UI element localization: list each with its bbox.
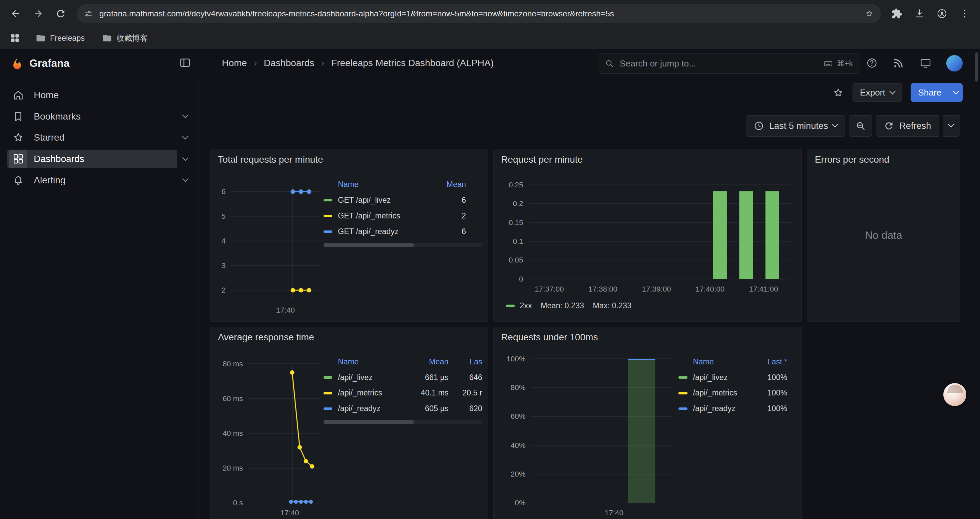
tick-label: 17:41:00: [749, 285, 778, 293]
search-icon: [605, 59, 614, 68]
extensions-icon[interactable]: [886, 3, 908, 24]
bell-icon: [9, 171, 27, 190]
rss-icon[interactable]: [892, 57, 905, 69]
legend-scrollbar[interactable]: [323, 243, 482, 247]
legend-col-name[interactable]: Name: [338, 357, 406, 366]
url-text[interactable]: grafana.mathmast.com/d/deytv4rwavabkb/fr…: [99, 9, 858, 18]
scrollbar-thumb[interactable]: [323, 243, 414, 247]
series-name[interactable]: /api/_livez: [338, 373, 406, 382]
share-menu-chevron[interactable]: [949, 83, 963, 102]
back-icon[interactable]: [5, 3, 26, 24]
chevron-down-icon: [889, 88, 896, 94]
series-name[interactable]: /api/_livez: [693, 373, 751, 382]
grafana-logo[interactable]: [10, 56, 24, 71]
help-icon[interactable]: [866, 57, 878, 69]
favorite-star-icon[interactable]: [832, 87, 844, 99]
sidebar: Home Bookmarks Starred: [0, 78, 199, 519]
series-color-dash: [678, 407, 687, 410]
legend-row[interactable]: GET /api/_livez6: [323, 192, 466, 208]
sidebar-item-home[interactable]: Home: [0, 85, 199, 106]
search-placeholder: Search or jump to...: [620, 58, 696, 69]
floating-assistant-avatar[interactable]: [943, 383, 966, 406]
series-name: 2xx: [520, 301, 532, 310]
legend-col-name[interactable]: Name: [338, 180, 425, 189]
series-point: [304, 459, 308, 463]
sidebar-item-label: Alerting: [34, 175, 65, 186]
bookmark-folder-favorites[interactable]: 收藏博客: [97, 31, 153, 45]
bookmark-folder-freeleaps[interactable]: Freeleaps: [30, 31, 91, 45]
chevron-down-icon[interactable]: [177, 179, 194, 181]
series-name[interactable]: GET /api/_metrics: [338, 211, 425, 220]
sidebar-item-alerting[interactable]: Alerting: [0, 170, 199, 191]
legend-col-header[interactable]: Mean: [412, 357, 449, 366]
dashboard-actions: Export Share: [832, 83, 963, 102]
series-point: [304, 500, 307, 504]
reload-icon[interactable]: [50, 3, 72, 24]
legend-row[interactable]: /api/_readyz100%: [678, 401, 787, 417]
chevron-down-icon[interactable]: [177, 137, 194, 139]
legend-item-2xx[interactable]: 2xx: [506, 301, 532, 310]
downloads-icon[interactable]: [909, 3, 930, 24]
series-name[interactable]: /api/_metrics: [693, 388, 751, 398]
tick-label: 17:37:00: [535, 285, 564, 293]
legend-value: 100%: [757, 373, 787, 382]
series-color-dash: [678, 376, 687, 378]
export-button[interactable]: Export: [853, 83, 902, 102]
url-bar[interactable]: grafana.mathmast.com/d/deytv4rwavabkb/fr…: [76, 4, 881, 23]
sidebar-item-dashboards[interactable]: Dashboards: [0, 148, 199, 170]
legend-col-header[interactable]: Last *: [757, 357, 787, 366]
refresh-interval-chevron[interactable]: [943, 115, 960, 137]
search-input[interactable]: Search or jump to... ⌘+k: [598, 53, 860, 74]
browser-toolbar: grafana.mathmast.com/d/deytv4rwavabkb/fr…: [0, 0, 980, 27]
legend-row[interactable]: GET /api/_readyz6: [323, 224, 466, 240]
site-settings-icon[interactable]: [84, 9, 93, 18]
bookmark-label: Freeleaps: [50, 34, 85, 43]
series-name[interactable]: /api/_readyz: [338, 404, 406, 413]
legend-table: NameMeanLas/api/_livez661 µs646/api/_met…: [323, 354, 482, 417]
zoom-out-icon[interactable]: [849, 115, 872, 137]
legend-row[interactable]: /api/_livez661 µs646: [323, 370, 482, 385]
chart-legend: 2xx Mean: 0.233 Max: 0.233: [506, 301, 632, 310]
share-button[interactable]: Share: [911, 83, 963, 102]
legend-row[interactable]: GET /api/_metrics2: [323, 208, 466, 224]
profile-icon[interactable]: [931, 3, 953, 24]
user-avatar[interactable]: [946, 55, 963, 72]
sidebar-item-label: Starred: [34, 132, 64, 143]
breadcrumb-home[interactable]: Home: [222, 58, 247, 69]
monitor-icon[interactable]: [920, 57, 932, 69]
legend-row[interactable]: /api/_readyz605 µs620: [323, 401, 482, 417]
legend-col-header[interactable]: Las: [455, 357, 482, 366]
legend-col-name[interactable]: Name: [693, 357, 751, 366]
forward-icon[interactable]: [27, 3, 49, 24]
time-range-picker[interactable]: Last 5 minutes: [746, 115, 846, 137]
series-name[interactable]: /api/_metrics: [338, 388, 406, 398]
sidebar-item-starred[interactable]: Starred: [0, 127, 199, 148]
export-label: Export: [860, 88, 885, 98]
chevron-down-icon[interactable]: [177, 115, 194, 118]
series-color-dash: [323, 199, 332, 201]
series-color-dash: [323, 215, 332, 217]
series-name[interactable]: /api/_readyz: [693, 404, 751, 413]
legend-row[interactable]: /api/_metrics100%: [678, 385, 787, 401]
scrollbar-thumb[interactable]: [323, 420, 414, 424]
bookmark-star-icon[interactable]: [865, 9, 874, 18]
tick-label: 0: [519, 275, 523, 283]
chevron-down-icon[interactable]: [177, 158, 194, 160]
series-name[interactable]: GET /api/_livez: [338, 196, 425, 205]
dock-sidebar-icon[interactable]: [179, 56, 192, 70]
legend-scrollbar[interactable]: [323, 420, 482, 424]
series-name[interactable]: GET /api/_readyz: [338, 227, 425, 236]
sidebar-item-bookmarks[interactable]: Bookmarks: [0, 106, 199, 127]
legend-row[interactable]: /api/_livez100%: [678, 370, 787, 385]
page-scrollbar-thumb[interactable]: [975, 53, 978, 81]
apps-grid-icon[interactable]: [6, 29, 24, 47]
panel-title: Errors per second: [815, 154, 889, 165]
browser-menu-icon[interactable]: [954, 3, 975, 24]
share-label[interactable]: Share: [911, 83, 949, 102]
bookmark-label: 收藏博客: [117, 33, 148, 43]
series-color-dash: [323, 230, 332, 233]
refresh-button[interactable]: Refresh: [876, 115, 939, 137]
breadcrumb-dashboards[interactable]: Dashboards: [264, 58, 314, 69]
legend-row[interactable]: /api/_metrics40.1 ms20.5 r: [323, 385, 482, 401]
legend-col-header[interactable]: Mean: [431, 180, 466, 189]
